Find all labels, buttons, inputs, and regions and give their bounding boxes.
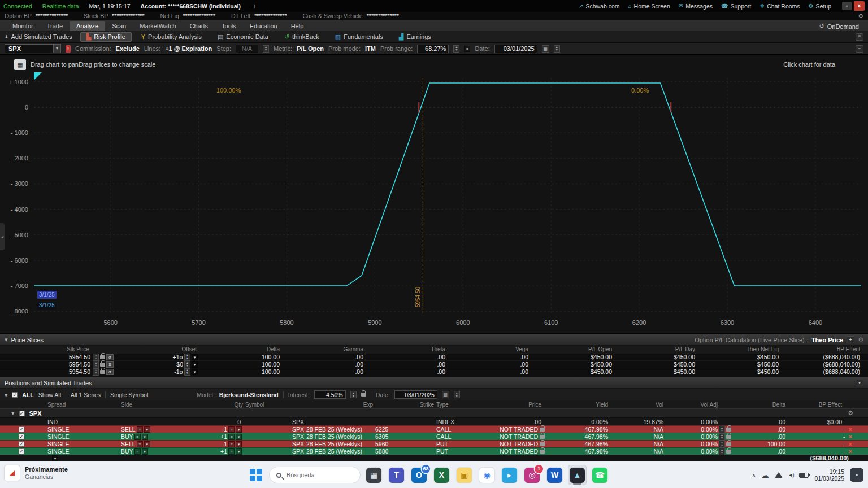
chevron-down-icon[interactable] [144, 441, 150, 447]
wifi-icon[interactable] [775, 472, 783, 478]
lock-icon[interactable] [726, 442, 731, 446]
tab-economic-data[interactable]: ▤Economic Data [211, 32, 275, 42]
all-checkbox[interactable] [12, 392, 18, 398]
clock[interactable]: 19:15 01/03/2025 [814, 468, 844, 482]
symbol-combo[interactable]: SPX [5, 44, 61, 53]
lock-icon[interactable] [100, 355, 105, 359]
slice-stepper[interactable] [93, 368, 99, 376]
notification-center-icon[interactable] [850, 468, 863, 482]
collapse-caret-icon[interactable] [5, 336, 8, 343]
vol-adj-stepper[interactable] [719, 441, 725, 448]
slice-mode-button[interactable]: σ [106, 369, 114, 375]
collapse-caret-icon[interactable] [5, 391, 7, 398]
show-all-dropdown[interactable]: Show All [38, 391, 61, 398]
menu-tab-charts[interactable]: Charts [183, 21, 215, 31]
taskbar-app-excel[interactable]: X [432, 465, 451, 485]
lock-icon[interactable] [100, 370, 105, 374]
chevron-down-icon[interactable] [236, 448, 242, 455]
taskbar-app-file-explorer[interactable]: ▣ [455, 465, 474, 485]
gear-icon[interactable] [858, 12, 863, 20]
tray-overflow-chevron-icon[interactable]: ∧ [752, 472, 756, 478]
expand-icon[interactable] [52, 455, 58, 461]
gear-icon[interactable] [848, 409, 853, 417]
prob-range-input[interactable]: 68.27% [417, 45, 449, 53]
menu-icon[interactable] [134, 434, 141, 440]
menu-tab-trade[interactable]: Trade [40, 21, 70, 31]
group-checkbox[interactable] [19, 411, 25, 416]
lock-icon[interactable] [361, 393, 366, 396]
account-selector[interactable]: Account: *****668SCHW (Individual) [141, 3, 241, 10]
risk-profile-chart[interactable]: Drag chart to panDrag prices to change s… [0, 55, 868, 333]
chevron-down-icon[interactable] [142, 434, 148, 440]
vol-adj-stepper[interactable] [719, 426, 725, 433]
add-slice-button[interactable] [847, 336, 854, 343]
offset-stepper[interactable] [184, 368, 190, 376]
menu-tab-tools[interactable]: Tools [215, 21, 243, 31]
model-dropdown[interactable]: Bjerksund-Stensland [219, 391, 279, 398]
battery-icon[interactable] [799, 473, 809, 478]
chevron-down-icon[interactable] [192, 369, 198, 375]
collapse-caret-icon[interactable] [11, 409, 15, 417]
taskbar-app-outlook[interactable]: O68 [410, 465, 428, 485]
side-select[interactable]: BUY [121, 433, 133, 440]
remove-row-button[interactable]: × [849, 448, 852, 455]
menu-icon[interactable] [228, 434, 235, 440]
volume-icon[interactable]: ◄) [788, 472, 794, 478]
chevron-down-icon[interactable] [236, 434, 242, 440]
setup-link[interactable]: ⚙Setup [809, 3, 831, 10]
symbol-mode-dropdown[interactable]: Single Symbol [110, 391, 148, 398]
menu-tab-education[interactable]: Education [243, 21, 284, 31]
menu-icon[interactable] [134, 448, 141, 455]
menu-icon[interactable] [228, 448, 235, 455]
stock-price-input[interactable]: 5954.50 [69, 361, 90, 368]
vol-adj-stepper[interactable] [719, 433, 725, 441]
add-simulated-trades-button[interactable]: Add Simulated Trades [5, 33, 72, 40]
lock-icon[interactable] [726, 428, 731, 432]
chevron-down-icon[interactable] [192, 361, 198, 368]
taskbar-app-whatsapp[interactable]: ☎ [591, 465, 609, 485]
toolbar-menu-icon[interactable] [856, 33, 863, 41]
vol-adj-stepper[interactable] [719, 448, 725, 455]
schwab-link[interactable]: ↗Schwab.com [579, 3, 620, 10]
slice-stepper[interactable] [93, 354, 99, 361]
lock-icon[interactable] [540, 450, 545, 454]
expiration-label-selected[interactable]: 3/1/25 [37, 291, 57, 299]
taskbar-app-thinkorswim[interactable]: ▲ [568, 465, 587, 485]
chevron-down-icon[interactable] [236, 426, 242, 433]
taskbar-app-chrome[interactable]: ◉ [478, 465, 496, 485]
onedrive-icon[interactable]: ☁ [762, 471, 769, 480]
positions-date-stepper[interactable] [454, 391, 460, 398]
side-select[interactable]: BUY [121, 448, 133, 455]
symbol-group-row[interactable]: SPX [0, 408, 868, 418]
calc-mode-dropdown[interactable]: Theo Price [811, 337, 843, 343]
menu-icon[interactable] [137, 441, 143, 447]
date-input[interactable]: 03/01/2025 [494, 45, 537, 53]
row-checkbox[interactable] [19, 434, 24, 439]
menu-icon[interactable] [228, 426, 235, 433]
row-checkbox[interactable] [19, 441, 24, 447]
calendar-icon[interactable] [442, 391, 449, 398]
lock-icon[interactable] [540, 442, 545, 446]
commission-dropdown[interactable]: Exclude [116, 45, 140, 52]
offset-stepper[interactable] [184, 361, 190, 368]
ondemand-button[interactable]: OnDemand [819, 23, 862, 31]
add-workspace-button[interactable]: + [252, 2, 257, 10]
menu-tab-analyze[interactable]: Analyze [70, 21, 105, 31]
slice-mode-button[interactable]: $ [106, 361, 114, 368]
menu-icon[interactable] [137, 426, 143, 433]
positions-date-input[interactable]: 03/01/2025 [394, 390, 437, 399]
offset-value[interactable]: +1σ [173, 354, 183, 360]
qty-input[interactable]: -1 [222, 441, 227, 447]
risk-chart-svg[interactable]: + 10000- 1000- 2000- 3000- 4000- 5000- 6… [0, 71, 868, 331]
vol-adj-input[interactable]: 0.00% [701, 426, 718, 433]
taskbar-app-instagram[interactable]: ◎1 [523, 465, 541, 485]
side-select[interactable]: SELL [121, 426, 136, 433]
interest-input[interactable]: 4.50% [314, 390, 346, 399]
lock-icon[interactable] [726, 450, 731, 454]
taskbar-app-word[interactable]: W [545, 465, 564, 485]
lines-dropdown[interactable]: +1 @ Expiration [165, 45, 212, 52]
menu-tab-marketwatch[interactable]: MarketWatch [133, 21, 183, 31]
metric-dropdown[interactable]: P/L Open [297, 45, 324, 52]
taskbar-app-telegram[interactable]: ▸ [500, 465, 519, 485]
vol-adj-input[interactable]: 0.00% [701, 441, 718, 447]
